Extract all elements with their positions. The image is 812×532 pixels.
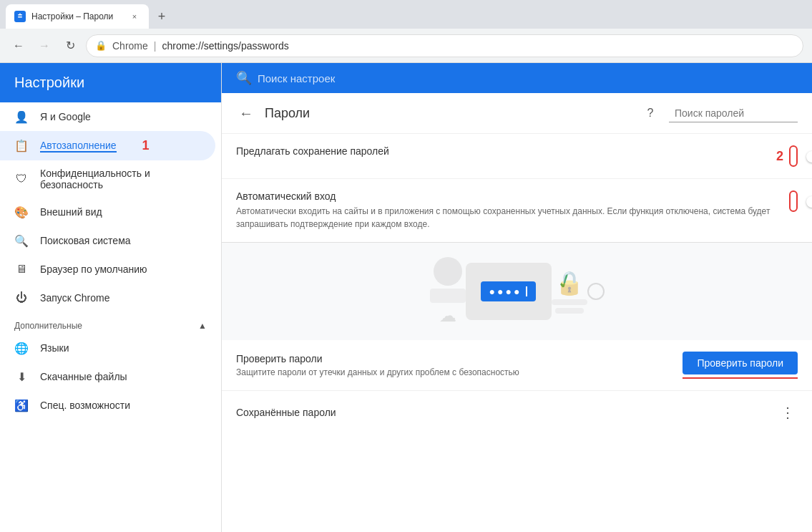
illustration-section: ☁ ●●●● ✓ 🔒 <box>222 243 812 340</box>
sidebar-item-privacy[interactable]: 🛡 Конфиденциальность и безопасность <box>0 160 215 198</box>
settings-search-box[interactable]: 🔍 Поиск настроек <box>236 70 798 86</box>
check-passwords-button[interactable]: Проверить пароли <box>683 352 798 374</box>
sidebar-item-label: Внешний вид <box>40 206 102 218</box>
collapse-icon[interactable]: ▲ <box>198 321 207 331</box>
sidebar-item-profile[interactable]: 👤 Я и Google <box>0 102 215 131</box>
nav-bar: ← → ↻ 🔒 Chrome | chrome://settings/passw… <box>0 29 812 63</box>
sidebar-item-appearance[interactable]: 🎨 Внешний вид <box>0 198 215 226</box>
browser-content: Настройки 👤 Я и Google 📋 Автозаполнение … <box>0 63 812 532</box>
saved-passwords-title: Сохранённые пароли <box>236 407 778 418</box>
sidebar-item-label: Браузер по умолчанию <box>40 263 147 275</box>
check-passwords-section: Проверить пароли Защитите пароли от утеч… <box>222 340 812 391</box>
main-search-header: 🔍 Поиск настроек <box>222 63 812 93</box>
sidebar-item-default-browser[interactable]: 🖥 Браузер по умолчанию <box>0 255 215 284</box>
advanced-label: Дополнительные <box>14 321 82 331</box>
step-badge-1: 1 <box>142 138 150 153</box>
auto-signin-text: Автоматический вход Автоматически входит… <box>236 190 778 231</box>
sidebar-item-label: Спец. возможности <box>40 400 130 411</box>
passwords-back-button[interactable]: ← <box>236 103 256 123</box>
check-passwords-text: Проверить пароли Защитите пароли от утеч… <box>236 353 683 377</box>
sidebar-item-languages[interactable]: 🌐 Языки <box>0 334 215 362</box>
passwords-title: Пароли <box>265 106 632 121</box>
back-button[interactable]: ← <box>9 36 29 56</box>
sidebar-item-label: Запуск Chrome <box>40 292 109 304</box>
auto-signin-row: Автоматический вход Автоматически входит… <box>222 179 812 243</box>
sidebar: Настройки 👤 Я и Google 📋 Автозаполнение … <box>0 63 222 532</box>
tab-title: Настройки – Пароли <box>31 11 123 21</box>
autofill-icon: 📋 <box>14 139 29 153</box>
sidebar-item-accessibility[interactable]: ♿ Спец. возможности <box>0 391 215 420</box>
startup-icon: ⏻ <box>14 291 29 305</box>
sidebar-item-label: Поисковая система <box>40 235 131 246</box>
auto-signin-title: Автоматический вход <box>236 190 778 202</box>
main-panel: 🔍 Поиск настроек ← Пароли ? Предлагать с… <box>222 63 812 532</box>
illustration-radio-circle <box>587 283 605 300</box>
sidebar-header: Настройки <box>0 63 221 102</box>
address-url: chrome://settings/passwords <box>162 40 288 52</box>
browser-frame: Настройки – Пароли × + ← → ↻ 🔒 Chrome | … <box>0 0 812 532</box>
auto-signin-toggle-highlight <box>789 190 798 212</box>
more-options-button[interactable]: ⋮ <box>778 402 798 422</box>
tab-favicon <box>14 11 26 22</box>
password-dots-display: ●●●● <box>481 281 537 301</box>
sidebar-item-startup[interactable]: ⏻ Запуск Chrome <box>0 284 215 312</box>
check-passwords-desc: Защитите пароли от утечки данных и други… <box>236 367 683 377</box>
check-passwords-title: Проверить пароли <box>236 353 683 364</box>
new-tab-button[interactable]: + <box>152 6 172 26</box>
sidebar-advanced-section: Дополнительные ▲ <box>0 312 221 334</box>
active-tab: Настройки – Пароли × <box>6 4 149 29</box>
saved-passwords-section: Сохранённые пароли ⋮ <box>222 391 812 434</box>
search-placeholder: Поиск настроек <box>258 72 335 84</box>
address-text: Chrome | chrome://settings/passwords <box>112 40 289 52</box>
security-icon: 🔒 <box>95 40 107 51</box>
illustration-person-left: ☁ <box>430 257 466 326</box>
default-browser-icon: 🖥 <box>14 262 29 276</box>
downloads-icon: ⬇ <box>14 369 29 384</box>
accessibility-icon: ♿ <box>14 398 29 412</box>
sidebar-item-label: Я и Google <box>40 111 91 122</box>
offer-save-row: Предлагать сохранение паролей 2 <box>222 134 812 179</box>
search-icon: 🔍 <box>236 70 252 86</box>
sidebar-item-label: Автозаполнение <box>40 140 117 153</box>
browser-brand: Chrome <box>112 40 148 52</box>
sidebar-item-label: Языки <box>40 342 69 354</box>
step-badge-2: 2 <box>776 149 783 164</box>
tab-bar: Настройки – Пароли × + <box>0 0 812 29</box>
appearance-icon: 🎨 <box>14 205 29 219</box>
profile-icon: 👤 <box>14 110 29 124</box>
languages-icon: 🌐 <box>14 341 29 355</box>
sidebar-item-downloads[interactable]: ⬇ Скачанные файлы <box>0 362 215 391</box>
sidebar-item-search[interactable]: 🔍 Поисковая система <box>0 226 215 255</box>
offer-save-toggle-highlight <box>789 145 798 167</box>
sidebar-item-label: Конфиденциальность и безопасность <box>40 168 201 190</box>
illustration-lock: 🔒 <box>552 269 587 314</box>
address-separator: | <box>154 40 157 52</box>
passwords-header: ← Пароли ? <box>222 93 812 134</box>
red-underline <box>683 377 798 379</box>
password-search-input[interactable] <box>669 105 798 122</box>
refresh-button[interactable]: ↻ <box>60 36 80 56</box>
search-engine-icon: 🔍 <box>14 233 29 248</box>
illustration-card: ●●●● ✓ <box>466 263 552 320</box>
sidebar-item-label: Скачанные файлы <box>40 371 127 382</box>
privacy-icon: 🛡 <box>14 172 29 186</box>
address-bar[interactable]: 🔒 Chrome | chrome://settings/passwords <box>86 34 803 57</box>
auto-signin-desc: Автоматически входить на сайты и в прило… <box>236 205 778 231</box>
forward-button[interactable]: → <box>34 36 54 56</box>
offer-save-title: Предлагать сохранение паролей <box>236 145 776 157</box>
help-button[interactable]: ? <box>640 103 660 123</box>
sidebar-item-autofill[interactable]: 📋 Автозаполнение 1 <box>0 131 215 160</box>
offer-save-text: Предлагать сохранение паролей <box>236 145 776 160</box>
tab-close-button[interactable]: × <box>129 11 140 22</box>
